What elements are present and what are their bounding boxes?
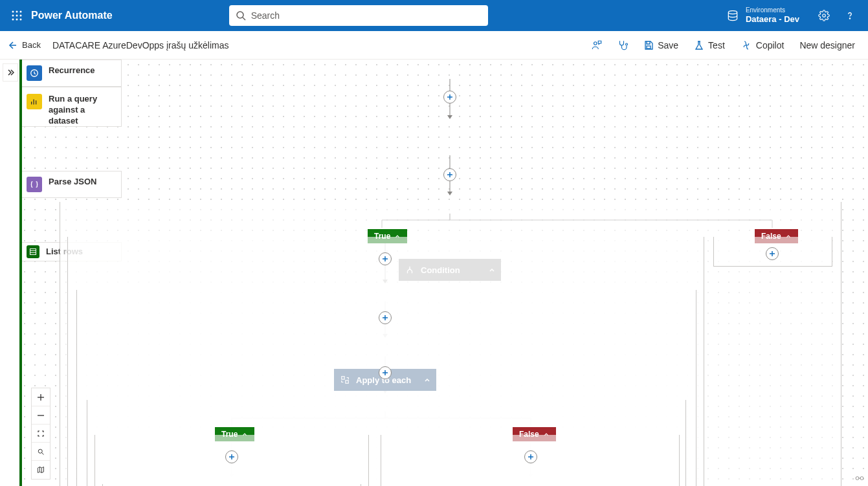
help-button[interactable] [837,0,863,31]
svg-point-6 [12,19,14,21]
svg-marker-33 [447,192,452,195]
add-step-button[interactable] [225,450,238,463]
add-step-button[interactable] [524,450,537,463]
canvas[interactable]: Recurrence Run a query against a dataset… [19,60,868,486]
svg-point-5 [20,15,22,17]
app-title: Power Automate [31,10,113,21]
svg-point-11 [728,11,737,14]
svg-line-71 [42,452,44,454]
expand-panel-button[interactable] [3,63,18,82]
environment-label: Environments [746,6,799,14]
search-icon [37,448,45,456]
svg-point-45 [856,477,859,480]
svg-point-15 [594,41,597,45]
back-arrow-icon [6,40,17,50]
zoom-panel [31,388,50,480]
person-feedback-icon [591,39,603,51]
svg-point-1 [16,11,18,13]
environment-icon [726,9,739,22]
run-query-label: Run a query against a dataset [49,94,115,127]
recurrence-label: Recurrence [49,65,95,76]
table-icon [29,248,37,256]
flask-icon [694,40,704,50]
zoom-out-button[interactable] [32,406,50,425]
add-step-button[interactable] [766,247,779,260]
save-label: Save [658,40,678,50]
search-box[interactable] [229,5,488,26]
fit-button[interactable] [32,425,50,443]
stethoscope-icon [617,39,629,51]
search-canvas-button[interactable] [32,443,50,461]
run-query-node[interactable]: Run a query against a dataset [19,87,122,127]
save-icon [643,40,654,50]
svg-point-8 [20,19,22,21]
save-button[interactable]: Save [637,35,685,56]
copilot-label: Copilot [756,40,785,50]
command-bar: Back DATACARE AzureDevOpps įrašų užkėlim… [0,31,868,60]
plus-icon [37,393,45,401]
test-button[interactable]: Test [687,35,731,56]
svg-line-10 [243,17,245,20]
gear-icon [818,10,830,21]
environment-picker[interactable]: Environments Dataera - Dev [726,6,799,25]
new-designer-label: New designer [799,40,855,50]
top-header: Power Automate Environments Dataera - De… [0,0,868,31]
search-icon [236,10,246,21]
copilot-button[interactable]: Copilot [734,35,791,56]
feedback-button[interactable] [585,35,608,56]
parse-json-label: Parse JSON [49,177,96,188]
back-button[interactable]: Back [6,40,41,50]
json-icon [30,180,39,189]
add-step-button[interactable] [379,366,392,379]
svg-point-13 [849,18,850,19]
svg-point-4 [16,15,18,17]
canvas-wrap: Recurrence Run a query against a dataset… [0,60,868,486]
add-step-button[interactable] [443,91,456,104]
search-input[interactable] [251,10,482,21]
add-step-button[interactable] [443,168,456,181]
svg-point-9 [237,12,243,18]
add-step-button[interactable] [379,252,392,265]
chevron-right-icon [6,69,14,76]
map-icon [37,466,45,474]
svg-point-0 [12,11,14,13]
flow-checker-button[interactable] [611,35,634,56]
recurrence-node[interactable]: Recurrence [19,60,122,87]
minus-icon [37,412,45,419]
clock-icon [30,69,39,78]
waffle-icon[interactable] [5,4,28,27]
svg-point-12 [823,14,826,17]
copilot-icon [740,39,752,51]
svg-marker-32 [447,115,452,119]
help-icon [844,10,856,21]
environment-name: Dataera - Dev [746,14,799,25]
secure-icon [855,474,864,483]
svg-point-46 [860,477,863,480]
svg-rect-64 [30,249,36,255]
minimap-button[interactable] [32,461,50,479]
zoom-in-button[interactable] [32,388,50,406]
svg-point-16 [626,43,628,45]
flow-title: DATACARE AzureDevOpps įrašų užkėlimas [52,40,229,50]
svg-point-70 [38,449,42,453]
svg-point-3 [12,15,14,17]
back-label: Back [22,40,41,50]
svg-point-2 [20,11,22,13]
svg-rect-17 [647,46,651,49]
chart-icon [30,97,39,106]
fit-icon [37,430,45,437]
parse-json-node[interactable]: Parse JSON [19,171,122,198]
new-designer-button[interactable]: New designer [793,35,862,56]
test-label: Test [708,40,725,50]
add-step-button[interactable] [379,311,392,324]
svg-point-7 [16,19,18,21]
settings-button[interactable] [811,0,837,31]
